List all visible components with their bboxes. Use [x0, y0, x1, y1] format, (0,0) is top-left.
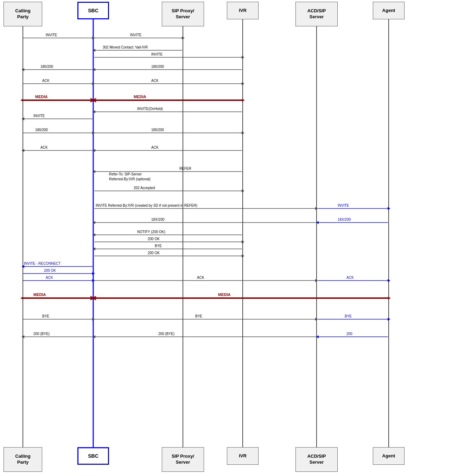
svg-marker-125	[93, 335, 95, 338]
svg-marker-56	[93, 149, 95, 152]
svg-marker-28	[242, 82, 244, 85]
svg-marker-22	[21, 68, 24, 71]
svg-marker-25	[92, 82, 95, 85]
svg-text:ACK: ACK	[197, 276, 204, 279]
svg-line-33	[90, 98, 96, 102]
svg-marker-64	[242, 189, 244, 192]
svg-text:180/200: 180/200	[151, 65, 164, 69]
ivr-bottom: IVR	[227, 447, 259, 465]
svg-marker-44	[21, 117, 24, 120]
sequence-diagram: INVITE INVITE 302 Moved Contact: Vail-IV…	[0, 0, 465, 476]
svg-text:ACK: ACK	[46, 276, 53, 279]
svg-marker-31	[20, 99, 23, 102]
svg-text:INVITE - RECONNECT: INVITE - RECONNECT	[24, 262, 60, 265]
svg-text:INVITE: INVITE	[46, 33, 57, 37]
svg-text:18X/200: 18X/200	[338, 218, 351, 221]
svg-text:200 OK: 200 OK	[44, 269, 56, 272]
svg-marker-106	[20, 297, 23, 300]
svg-text:REFER: REFER	[179, 167, 191, 171]
svg-marker-79	[93, 233, 95, 236]
svg-text:MEDIA: MEDIA	[134, 95, 146, 99]
svg-text:INVITE: INVITE	[151, 52, 163, 56]
svg-marker-100	[315, 279, 318, 282]
svg-marker-50	[242, 131, 244, 134]
sip-proxy-top: SIP Proxy/Server	[162, 2, 204, 26]
svg-text:ACK: ACK	[40, 146, 48, 149]
svg-marker-103	[388, 279, 390, 282]
acd-sip-bottom: ACD/SIPServer	[295, 447, 338, 472]
svg-marker-7	[92, 37, 95, 39]
svg-marker-94	[92, 272, 95, 275]
svg-line-109	[90, 296, 96, 300]
svg-text:BYE: BYE	[345, 314, 352, 318]
svg-marker-128	[21, 335, 24, 338]
svg-text:200 OK: 200 OK	[148, 251, 160, 255]
svg-marker-107	[92, 297, 95, 300]
svg-text:MEDIA: MEDIA	[33, 292, 46, 297]
svg-marker-13	[93, 49, 95, 52]
svg-text:INVITE: INVITE	[33, 114, 45, 118]
svg-text:180/200: 180/200	[35, 128, 48, 132]
svg-marker-112	[91, 297, 94, 300]
calling-party-top: CallingParty	[4, 2, 42, 26]
svg-text:MEDIA: MEDIA	[35, 95, 48, 99]
svg-text:INVITE(OnHold): INVITE(OnHold)	[137, 107, 163, 111]
svg-text:18X/200: 18X/200	[151, 218, 165, 221]
svg-text:180/200: 180/200	[40, 65, 53, 69]
svg-marker-85	[93, 247, 95, 250]
acd-sip-top: ACD/SIPServer	[295, 2, 338, 26]
svg-marker-111	[388, 297, 391, 300]
svg-text:200 (BYE): 200 (BYE)	[158, 332, 174, 336]
svg-text:ACK: ACK	[151, 79, 159, 83]
svg-text:INVITE  Referred-By:IVR (creat: INVITE Referred-By:IVR (created by SD if…	[96, 204, 197, 207]
svg-marker-70	[388, 207, 390, 210]
svg-marker-67	[315, 207, 318, 210]
svg-marker-119	[315, 318, 318, 321]
svg-marker-16	[242, 56, 244, 59]
svg-text:BYE: BYE	[42, 314, 49, 318]
svg-marker-19	[93, 68, 95, 71]
svg-marker-32	[92, 99, 95, 102]
svg-text:INVITE: INVITE	[130, 33, 142, 37]
svg-line-34	[90, 98, 96, 102]
svg-marker-53	[21, 149, 24, 152]
agent-bottom: Agent	[373, 447, 405, 465]
svg-line-108	[90, 296, 96, 300]
svg-text:202 Accepted: 202 Accepted	[134, 186, 155, 190]
svg-marker-10	[182, 37, 185, 39]
svg-text:200 (BYE): 200 (BYE)	[33, 332, 50, 336]
svg-text:ACK: ACK	[42, 79, 50, 83]
svg-marker-41	[93, 110, 95, 113]
svg-marker-88	[242, 255, 244, 257]
svg-marker-59	[93, 170, 95, 173]
sbc-bottom: SBC	[77, 447, 109, 465]
svg-marker-73	[316, 221, 319, 224]
svg-marker-47	[92, 131, 95, 134]
svg-text:ACK: ACK	[346, 276, 354, 279]
svg-text:180/200: 180/200	[151, 128, 164, 132]
svg-marker-37	[91, 99, 94, 102]
calling-party-bottom: CallingParty	[4, 447, 42, 472]
svg-marker-131	[316, 335, 319, 338]
svg-marker-36	[242, 99, 245, 102]
svg-text:BYE: BYE	[155, 244, 162, 248]
svg-marker-116	[92, 318, 95, 321]
svg-text:302 Moved Contact: Vail-IVR: 302 Moved Contact: Vail-IVR	[103, 45, 148, 49]
svg-text:NOTIFY (200 OK): NOTIFY (200 OK)	[137, 230, 165, 234]
svg-text:Referred-By:IVR (optional): Referred-By:IVR (optional)	[109, 177, 151, 181]
svg-marker-82	[242, 240, 244, 243]
svg-marker-76	[93, 221, 95, 224]
svg-marker-91	[21, 265, 24, 268]
svg-marker-122	[388, 318, 390, 321]
svg-text:ACK: ACK	[151, 146, 159, 149]
svg-text:MEDIA: MEDIA	[218, 292, 231, 297]
ivr-top: IVR	[227, 2, 259, 19]
svg-marker-97	[92, 279, 95, 282]
svg-text:200: 200	[346, 332, 352, 336]
svg-text:200 OK: 200 OK	[148, 237, 160, 241]
svg-text:BYE: BYE	[195, 314, 202, 318]
svg-text:Refer-To: SIP-Server: Refer-To: SIP-Server	[109, 172, 142, 176]
sip-proxy-bottom: SIP Proxy/Server	[162, 447, 204, 472]
sbc-top: SBC	[77, 2, 109, 19]
svg-text:INVITE: INVITE	[338, 204, 349, 207]
